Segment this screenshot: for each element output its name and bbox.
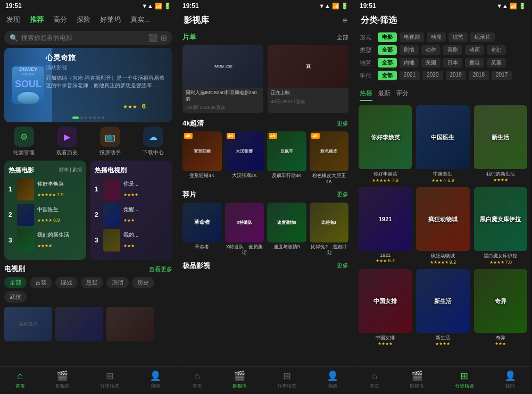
playlist-img-content-2: 豆 [302,59,315,74]
hd4k-more[interactable]: 更多 [337,120,348,128]
filter-genre-drama[interactable]: 剧情 [400,45,419,55]
tv-item-3[interactable] [106,307,154,341]
genre-ancient[interactable]: 古装 [30,277,52,288]
nav-filter-3[interactable]: ⊞ 分类筛选 [455,370,474,390]
nav-highscore[interactable]: 高分 [51,14,69,26]
filter-genre-comedy[interactable]: 喜剧 [443,45,462,55]
nav-home-2[interactable]: ⌂ 首页 [193,371,202,390]
qa-download[interactable]: ☁ 下载中心 [143,127,164,156]
p3-movie-7[interactable]: 中国女排 中国女排 ★★★★ [359,269,412,346]
p2-scroll-area[interactable]: 片单 全部 IMDB 250 同时入选IMDB250和豆瓣电影250的 190部… [177,29,354,366]
nav-discover[interactable]: 发现 [4,14,22,26]
filter-region-us[interactable]: 美国 [421,58,440,68]
nav-recommend[interactable]: 推荐 [28,14,46,26]
genre-all[interactable]: 全部 [4,277,27,288]
sort-score[interactable]: 评分 [396,89,409,101]
genre-spy[interactable]: 谍战 [55,277,78,288]
qa-cast[interactable]: 📺 投屏助手 [99,127,121,156]
nav-library-2[interactable]: 🎬 影视库 [232,370,247,390]
premium-more[interactable]: 更多 [337,262,348,270]
p3-scroll-area[interactable]: 你好李焕英 你好李焕英 ★★★★★ 7.9 中国医生 中国医生 ★★★☆ 6.9 [354,105,531,366]
qa-site-mgr[interactable]: ⚙ 站源管理 [13,127,35,156]
hot-movie-2[interactable]: 2 中国医生 ★★★★6.9 [9,204,82,226]
p3-movie-9[interactable]: 奇异 奇异 ★★★ [474,269,527,346]
filter-region-uk[interactable]: 英国 [487,58,506,68]
search-bar-1[interactable]: 🔍 ⬛ ⊞ [4,31,172,45]
hot-movie-1[interactable]: 1 你好李焕英 ★★★★★7.9 [9,178,82,200]
nav-library-1[interactable]: 🎬 影视库 [55,370,70,390]
genre-crime[interactable]: 刑侦 [106,277,129,288]
movie-4k-4[interactable]: 4K 粉色橡皮 粉色橡皮大胆王4K [310,131,349,185]
filter-year-2020[interactable]: 2020 [422,71,443,80]
p3-movie-6[interactable]: 黑白魔女库伊拉 黑白魔女库伊拉 ★★★★ 7.0 [474,187,527,265]
p3-movie-2[interactable]: 中国医生 中国医生 ★★★☆ 6.9 [416,105,469,183]
recommend-more[interactable]: 更多 [337,190,348,198]
hot-tv-2[interactable]: 2 觉醒... ★★★ [95,204,168,226]
filter-genre-action[interactable]: 动作 [421,45,440,55]
nav-hollywood[interactable]: 好莱坞 [98,14,123,26]
filter-tag-tv[interactable]: 电视剧 [400,32,424,42]
filter-year-2018[interactable]: 2018 [469,71,489,80]
grid-icon[interactable]: ⊞ [161,33,167,42]
filter-year-2021[interactable]: 2021 [400,71,420,80]
filter-genre-animation[interactable]: 动画 [465,45,484,55]
nav-mine-3[interactable]: 👤 我的 [504,370,516,390]
hot-tv-3[interactable]: 3 我的... ★★★ [95,229,168,252]
nav-filter-2[interactable]: ⊞ 分类筛选 [277,370,296,390]
filter-tag-anime[interactable]: 动漫 [427,32,446,42]
movie-4k-1[interactable]: 4K 变形狂蜥 变形狂蜥4K [182,131,222,185]
hot-tv-1[interactable]: 1 你是... ★★★★ [95,178,168,200]
p3-movie-8[interactable]: 新生活 新生活 ★★★★ [416,269,469,346]
genre-history[interactable]: 历史 [132,277,154,288]
nav-library-3[interactable]: 🎬 影视库 [410,370,424,390]
genre-wuxia[interactable]: 武侠 [4,291,27,303]
p3-movie-5[interactable]: 疯狂动物城 疯狂动物城 ★★★★★ 9.2 [416,187,469,265]
playlist-card-1[interactable]: IMDB 250 同时入选IMDB250和豆瓣电影250的 190部 21968… [182,45,263,113]
tv-item-1[interactable]: 返家益天 [4,307,52,341]
filter-tag-variety[interactable]: 综艺 [448,32,468,42]
scan-icon[interactable]: ⬛ [148,33,157,42]
filter-genre-fantasy[interactable]: 奇幻 [487,45,506,55]
nav-mine-2[interactable]: 👤 我的 [327,370,338,390]
nav-explore[interactable]: 探险 [74,14,93,26]
playlist-card-2[interactable]: 豆 正在上映 43部 85511喜欢 [268,45,348,113]
filter-tag-movie[interactable]: 电影 [378,32,397,42]
rec-movie-2[interactable]: X特遣队 X特遣队：全员集话 [225,203,264,256]
rec-movie-1[interactable]: 革命者 革命者 [182,203,222,256]
tv-section-more[interactable]: 查看更多 [149,265,172,273]
filter-year-2019[interactable]: 2019 [446,71,466,80]
sort-hot[interactable]: 热播 [360,89,372,101]
nav-home-3[interactable]: ⌂ 首页 [370,371,379,390]
filter-region-china[interactable]: 内地 [400,58,419,68]
p3-movie-1[interactable]: 你好李焕英 你好李焕英 ★★★★★ 7.9 [359,105,412,183]
filter-year-2017[interactable]: 2017 [492,71,512,80]
search-input-1[interactable] [21,34,148,41]
filter-region-japan[interactable]: 日本 [443,58,462,68]
hot-movie-3[interactable]: 3 我们的新生活 ★★★★ [9,229,82,252]
p3-score-2: 6.9 [447,178,454,183]
filter-genre-all[interactable]: 全部 [378,45,397,55]
nav-home-1[interactable]: ⌂ 首页 [15,371,25,390]
rec-text-1: 革命者 [194,219,210,226]
banner-1[interactable]: DISNEY PIXAR SOUL 心灵奇旅 涌跃影视 乔加德纳（吉米·福克斯配… [4,48,172,122]
movie-4k-2[interactable]: 4K 大汉张骞 大汉张骞4K [225,131,264,185]
playlist-more[interactable]: 全部 [337,33,348,41]
genre-mystery[interactable]: 悬疑 [81,277,103,288]
movie-4k-3[interactable]: 4K 反飙车 反飙车行动4K [267,131,306,185]
p2-layer-icon[interactable]: ≡ [343,16,347,26]
rec-movie-3[interactable]: 速度激情9 速度与激情9 [267,203,306,256]
filter-region-all[interactable]: 全部 [378,58,397,68]
nav-mine-1[interactable]: 👤 我的 [149,370,161,390]
filter-region-hk[interactable]: 香港 [465,58,484,68]
tv-item-2[interactable] [55,307,103,341]
filter-year-all[interactable]: 全部 [378,71,397,80]
nav-filter-1[interactable]: ⊞ 分类筛选 [100,370,119,390]
nav-reality[interactable]: 真实... [128,14,152,26]
sort-new[interactable]: 最新 [378,89,390,101]
p3-movie-3[interactable]: 新生活 我们的新生活 ★★★★ [474,105,527,183]
p1-scroll-area[interactable]: 热播电影 榜单 | 剧综 1 你好李焕英 ★★★★★7.9 2 中国医生 [0,161,177,366]
rec-movie-4[interactable]: 比得兔2 比得兔2：逃跑计划 [310,203,349,256]
filter-tag-doc[interactable]: 纪录片 [470,32,495,42]
qa-history[interactable]: ▶ 观看历史 [56,127,78,156]
p3-movie-4[interactable]: 1921 1921 ★★★ 6.7 [359,187,412,265]
